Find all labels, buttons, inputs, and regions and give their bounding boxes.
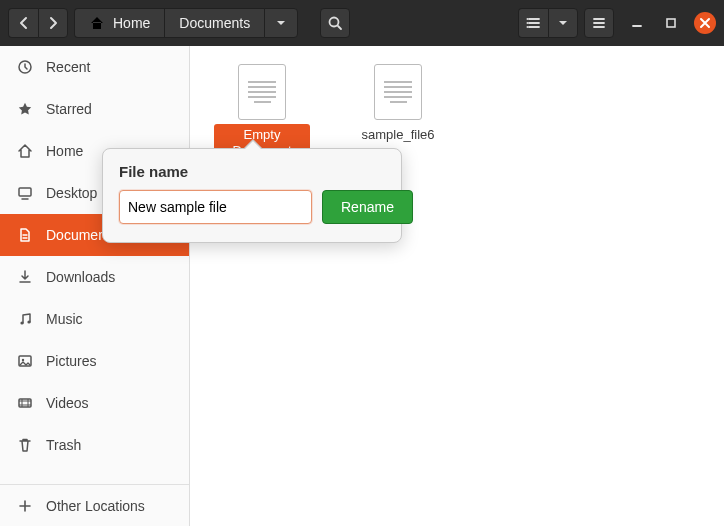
sidebar-item-trash[interactable]: Trash [0,424,189,466]
sidebar-item-label: Recent [46,59,90,75]
sidebar-item-label: Desktop [46,185,97,201]
rename-button[interactable]: Rename [322,190,413,224]
path-bar: Home Documents [74,8,298,38]
sidebar-item-other-locations[interactable]: Other Locations [0,484,189,526]
path-menu-button[interactable] [264,8,298,38]
headerbar: Home Documents [0,0,724,46]
hamburger-icon [591,15,607,31]
svg-point-10 [22,359,24,361]
path-current[interactable]: Documents [164,8,264,38]
sidebar-item-recent[interactable]: Recent [0,46,189,88]
svg-point-0 [330,18,339,27]
svg-rect-6 [19,188,31,196]
star-icon [16,100,34,118]
text-file-icon [374,64,422,120]
documents-icon [16,226,34,244]
desktop-icon [16,184,34,202]
rename-popover: File name Rename [102,148,402,243]
file-item[interactable]: sample_file6 [350,64,446,146]
path-home[interactable]: Home [74,8,164,38]
search-button[interactable] [320,8,350,38]
sidebar-item-videos[interactable]: Videos [0,382,189,424]
clock-icon [16,58,34,76]
music-icon [16,310,34,328]
svg-rect-11 [19,399,31,407]
svg-point-2 [526,22,528,24]
sidebar-item-label: Other Locations [46,498,145,514]
chevron-left-icon [16,15,32,31]
sidebar-item-downloads[interactable]: Downloads [0,256,189,298]
sidebar-item-label: Music [46,311,83,327]
rename-label: File name [119,163,385,180]
file-view: Empty Document sample_file6 [190,46,724,526]
sidebar-item-label: Home [46,143,83,159]
sidebar: Recent Starred Home Desktop Documents Do… [0,46,190,526]
view-options-button[interactable] [548,8,578,38]
sidebar-item-music[interactable]: Music [0,298,189,340]
maximize-icon [663,15,679,31]
view-list-button[interactable] [518,8,548,38]
home-icon [89,15,105,31]
window-minimize-button[interactable] [626,12,648,34]
file-label: sample_file6 [358,124,439,146]
chevron-right-icon [45,15,61,31]
plus-icon [16,497,34,515]
svg-point-8 [27,320,30,323]
rename-input[interactable] [119,190,312,224]
home-icon [16,142,34,160]
svg-point-7 [20,321,23,324]
caret-down-icon [555,15,571,31]
sidebar-item-pictures[interactable]: Pictures [0,340,189,382]
caret-down-icon [273,15,289,31]
sidebar-item-starred[interactable]: Starred [0,88,189,130]
path-home-label: Home [113,15,150,31]
text-file-icon [238,64,286,120]
back-button[interactable] [8,8,38,38]
pictures-icon [16,352,34,370]
nav-group [8,8,68,38]
minimize-icon [629,15,645,31]
view-group [518,8,578,38]
window-close-button[interactable] [694,12,716,34]
videos-icon [16,394,34,412]
svg-point-3 [526,26,528,28]
svg-rect-4 [667,19,675,27]
sidebar-item-label: Downloads [46,269,115,285]
forward-button[interactable] [38,8,68,38]
svg-point-1 [526,18,528,20]
hamburger-menu-button[interactable] [584,8,614,38]
trash-icon [16,436,34,454]
list-icon [526,15,542,31]
sidebar-item-label: Trash [46,437,81,453]
close-icon [697,15,713,31]
window-maximize-button[interactable] [660,12,682,34]
downloads-icon [16,268,34,286]
sidebar-item-label: Pictures [46,353,97,369]
search-icon [327,15,343,31]
sidebar-item-label: Videos [46,395,89,411]
path-current-label: Documents [179,15,250,31]
sidebar-item-label: Starred [46,101,92,117]
